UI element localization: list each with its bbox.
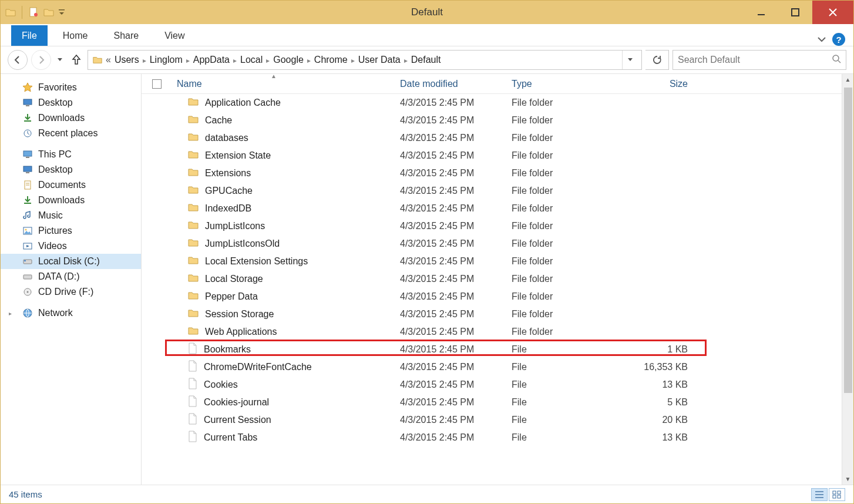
new-folder-icon[interactable] bbox=[42, 6, 55, 19]
nav-item[interactable]: DATA (D:) bbox=[1, 269, 141, 284]
file-row[interactable]: Cookies-journal4/3/2015 2:45 PMFile5 KB bbox=[142, 394, 842, 411]
vertical-scrollbar[interactable]: ▲ ▼ bbox=[842, 74, 853, 485]
scroll-thumb[interactable] bbox=[844, 88, 852, 393]
column-name[interactable]: Name ▲ bbox=[177, 79, 400, 89]
nav-network[interactable]: ▸ Network bbox=[1, 305, 141, 321]
tab-view[interactable]: View bbox=[154, 25, 195, 46]
back-button[interactable] bbox=[8, 50, 28, 70]
file-name: Extension State bbox=[205, 150, 271, 161]
address-dropdown-icon[interactable] bbox=[622, 51, 638, 69]
file-row[interactable]: Bookmarks4/3/2015 2:45 PMFile1 KB bbox=[142, 341, 842, 358]
column-date[interactable]: Date modified bbox=[400, 79, 512, 89]
file-row[interactable]: Local Extension Settings4/3/2015 2:45 PM… bbox=[142, 253, 842, 270]
file-type: File folder bbox=[512, 274, 623, 284]
nav-item[interactable]: Desktop bbox=[1, 162, 141, 177]
ribbon: File Home Share View ? bbox=[1, 24, 853, 46]
chevron-right-icon[interactable]: ▸ bbox=[264, 56, 272, 65]
file-date: 4/3/2015 2:45 PM bbox=[400, 309, 512, 320]
search-input[interactable] bbox=[678, 55, 827, 65]
ribbon-expand-icon[interactable] bbox=[817, 35, 826, 44]
svg-rect-22 bbox=[24, 260, 26, 261]
svg-rect-23 bbox=[23, 275, 32, 279]
file-row[interactable]: Current Tabs4/3/2015 2:45 PMFile13 KB bbox=[142, 429, 842, 446]
file-row[interactable]: Cookies4/3/2015 2:45 PMFile13 KB bbox=[142, 376, 842, 394]
file-type: File folder bbox=[512, 291, 623, 302]
column-size[interactable]: Size bbox=[623, 79, 694, 89]
nav-item[interactable]: Documents bbox=[1, 177, 141, 193]
nav-item[interactable]: Desktop bbox=[1, 95, 141, 110]
up-button[interactable] bbox=[69, 50, 84, 70]
help-icon[interactable]: ? bbox=[832, 33, 845, 46]
tab-share[interactable]: Share bbox=[103, 25, 149, 46]
file-row[interactable]: Local Storage4/3/2015 2:45 PMFile folder bbox=[142, 270, 842, 288]
breadcrumb-overflow[interactable]: « bbox=[103, 55, 113, 65]
file-name: Extensions bbox=[205, 168, 251, 179]
breadcrumb-item[interactable]: AppData bbox=[192, 55, 231, 65]
file-row[interactable]: Session Storage4/3/2015 2:45 PMFile fold… bbox=[142, 305, 842, 323]
file-row[interactable]: ChromeDWriteFontCache4/3/2015 2:45 PMFil… bbox=[142, 358, 842, 376]
recent-locations-dropdown[interactable] bbox=[55, 50, 65, 70]
file-row[interactable]: Web Applications4/3/2015 2:45 PMFile fol… bbox=[142, 323, 842, 341]
chevron-right-icon[interactable]: ▸ bbox=[231, 56, 239, 65]
file-size: 13 KB bbox=[623, 379, 694, 390]
file-row[interactable]: Extensions4/3/2015 2:45 PMFile folder bbox=[142, 164, 842, 182]
file-row[interactable]: Current Session4/3/2015 2:45 PMFile20 KB bbox=[142, 411, 842, 429]
scroll-up-icon[interactable]: ▲ bbox=[845, 74, 851, 85]
file-row[interactable]: IndexedDB4/3/2015 2:45 PMFile folder bbox=[142, 200, 842, 217]
file-row[interactable]: GPUCache4/3/2015 2:45 PMFile folder bbox=[142, 182, 842, 200]
chevron-right-icon[interactable]: ▸ bbox=[349, 56, 357, 65]
close-button[interactable] bbox=[812, 1, 853, 24]
chevron-right-icon[interactable]: ▸ bbox=[402, 56, 410, 65]
view-details-button[interactable] bbox=[811, 488, 828, 501]
breadcrumb-item[interactable]: Default bbox=[410, 55, 442, 65]
properties-icon[interactable] bbox=[27, 6, 40, 19]
tab-home[interactable]: Home bbox=[52, 25, 99, 46]
maximize-button[interactable] bbox=[778, 1, 812, 24]
file-row[interactable]: JumpListIconsOld4/3/2015 2:45 PMFile fol… bbox=[142, 235, 842, 253]
column-type[interactable]: Type bbox=[512, 79, 623, 89]
view-thumbnails-button[interactable] bbox=[829, 488, 845, 501]
select-all-checkbox[interactable] bbox=[152, 79, 177, 89]
address-bar[interactable]: « Users▸Linglom▸AppData▸Local▸Google▸Chr… bbox=[88, 50, 642, 70]
nav-item[interactable]: Music bbox=[1, 208, 141, 223]
search-box[interactable] bbox=[673, 50, 846, 70]
nav-favorites[interactable]: Favorites bbox=[1, 80, 141, 95]
nav-this-pc[interactable]: This PC bbox=[1, 147, 141, 162]
nav-item[interactable]: Recent places bbox=[1, 126, 141, 141]
file-row[interactable]: Pepper Data4/3/2015 2:45 PMFile folder bbox=[142, 288, 842, 305]
breadcrumb-item[interactable]: Google bbox=[272, 55, 305, 65]
breadcrumb-item[interactable]: Chrome bbox=[313, 55, 349, 65]
qat-dropdown[interactable] bbox=[58, 6, 66, 19]
tab-file[interactable]: File bbox=[11, 25, 48, 46]
file-date: 4/3/2015 2:45 PM bbox=[400, 344, 512, 355]
forward-button[interactable] bbox=[31, 50, 51, 70]
breadcrumb-item[interactable]: Users bbox=[113, 55, 140, 65]
nav-item[interactable]: Pictures bbox=[1, 223, 141, 238]
chevron-right-icon[interactable]: ▸ bbox=[140, 56, 149, 65]
breadcrumb-item[interactable]: User Data bbox=[357, 55, 402, 65]
expand-icon[interactable]: ▸ bbox=[9, 310, 17, 317]
file-date: 4/3/2015 2:45 PM bbox=[400, 150, 512, 161]
title-bar: Default bbox=[1, 1, 853, 24]
file-row[interactable]: JumpListIcons4/3/2015 2:45 PMFile folder bbox=[142, 217, 842, 235]
nav-item[interactable]: Downloads bbox=[1, 193, 141, 208]
nav-item[interactable]: CD Drive (F:) bbox=[1, 284, 141, 300]
breadcrumb-item[interactable]: Linglom bbox=[149, 55, 184, 65]
chevron-right-icon[interactable]: ▸ bbox=[184, 56, 192, 65]
nav-item[interactable]: Videos bbox=[1, 238, 141, 254]
file-row[interactable]: Application Cache4/3/2015 2:45 PMFile fo… bbox=[142, 94, 842, 112]
refresh-button[interactable] bbox=[645, 50, 669, 70]
nav-item[interactable]: Downloads bbox=[1, 110, 141, 126]
file-row[interactable]: Cache4/3/2015 2:45 PMFile folder bbox=[142, 112, 842, 129]
quick-access-toolbar bbox=[1, 6, 66, 19]
minimize-button[interactable] bbox=[744, 1, 778, 24]
search-icon[interactable] bbox=[832, 54, 841, 66]
file-name: Web Applications bbox=[205, 327, 277, 337]
scroll-down-icon[interactable]: ▼ bbox=[845, 473, 851, 485]
file-date: 4/3/2015 2:45 PM bbox=[400, 168, 512, 179]
chevron-right-icon[interactable]: ▸ bbox=[305, 56, 313, 65]
breadcrumb-item[interactable]: Local bbox=[239, 55, 264, 65]
file-row[interactable]: databases4/3/2015 2:45 PMFile folder bbox=[142, 129, 842, 147]
file-row[interactable]: Extension State4/3/2015 2:45 PMFile fold… bbox=[142, 147, 842, 164]
nav-item[interactable]: Local Disk (C:) bbox=[1, 254, 141, 269]
